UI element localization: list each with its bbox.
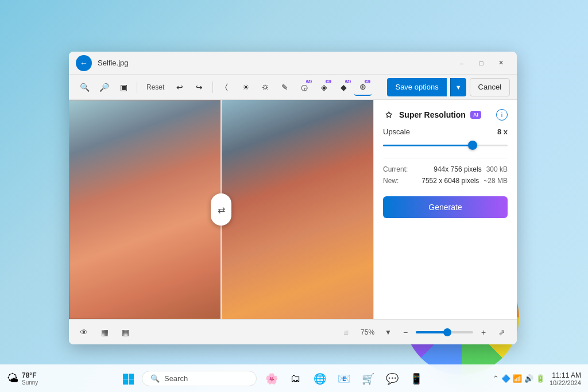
remove-bg-tool[interactable]: ◶: [296, 79, 313, 96]
search-bar[interactable]: 🔍 Search: [142, 371, 257, 386]
image-canvas: ⇄: [69, 100, 373, 319]
search-icon: 🔍: [150, 374, 160, 383]
upscale-section: Upscale 8 x: [383, 127, 508, 151]
main-content: ⇄ ✩ Super Resolution AI i Upscale 8 x: [69, 100, 517, 319]
new-label: New:: [383, 177, 399, 185]
upscale-label: Upscale: [383, 127, 410, 136]
save-options-button[interactable]: Save options: [387, 78, 446, 96]
taskbar-app-mail[interactable]: 📧: [334, 368, 354, 389]
current-label: Current:: [383, 165, 408, 173]
app-window: ← Selfie.jpg – □ ✕ 🔍 🔎 ▣ Reset ↩ ↪ 〈: [69, 52, 517, 344]
clock-date: 10/22/2024: [550, 379, 581, 386]
svg-rect-2: [123, 379, 128, 385]
slider-fill: [383, 145, 473, 146]
zoom-slider-fill: [416, 331, 447, 333]
split-view-button[interactable]: ▦: [117, 324, 133, 340]
zoom-slider[interactable]: [416, 331, 473, 333]
slider-track: [383, 145, 508, 146]
minimize-button[interactable]: –: [452, 55, 471, 71]
redo-button[interactable]: ↪: [191, 79, 208, 96]
panel-title: ✩ Super Resolution AI: [383, 109, 481, 121]
title-bar: ← Selfie.jpg – □ ✕: [69, 52, 517, 75]
new-resolution: 7552 x 6048 pixels: [421, 177, 479, 185]
crop-tool[interactable]: 〈: [218, 79, 235, 96]
ai-badge: AI: [470, 111, 481, 119]
new-size: ~28 MB: [483, 177, 508, 185]
zoom-dropdown[interactable]: ▼: [381, 327, 395, 337]
current-values: 944x 756 pixels 300 kB: [434, 165, 508, 173]
fullscreen-button[interactable]: ⇗: [494, 324, 510, 340]
search-placeholder: Search: [164, 374, 188, 383]
canvas-area[interactable]: ⇄: [69, 100, 373, 319]
window-title: Selfie.jpg: [98, 59, 452, 67]
taskbar-app-photos[interactable]: 🌸: [261, 368, 282, 389]
current-resolution: 944x 756 pixels: [434, 165, 481, 173]
panel-title-text: Super Resolution: [399, 110, 466, 119]
generative-erase-tool[interactable]: ◆: [335, 79, 352, 96]
toolbar-right: Save options ▼ Cancel: [387, 78, 510, 96]
new-stat-row: New: 7552 x 6048 pixels ~28 MB: [383, 177, 508, 185]
zoom-slider-thumb[interactable]: [443, 328, 451, 336]
taskbar: 🌤 78°F Sunny 🔍 Search 🌸: [0, 364, 588, 392]
screenshot-button[interactable]: ◽: [338, 324, 354, 340]
ai-tool-2[interactable]: ◈: [315, 79, 332, 96]
taskbar-app-store[interactable]: 🛒: [358, 368, 378, 389]
zoom-in-tool[interactable]: 🔍: [76, 79, 93, 96]
compare-handle[interactable]: ⇄: [211, 193, 231, 226]
cancel-button[interactable]: Cancel: [470, 78, 510, 96]
tray-battery-icon[interactable]: 🔋: [536, 374, 545, 383]
weather-text: 78°F Sunny: [22, 371, 38, 386]
tray-up-arrow[interactable]: ⌃: [493, 374, 499, 383]
bottom-bar: 👁 ▦ ▦ ◽ 75% ▼ − + ⇗: [69, 319, 517, 344]
taskbar-app-edge[interactable]: 🌐: [310, 368, 330, 389]
super-resolution-tool[interactable]: ⊕: [354, 79, 372, 96]
weather-widget[interactable]: 🌤 78°F Sunny: [7, 371, 53, 386]
weather-icon: 🌤: [7, 372, 18, 385]
generate-button[interactable]: Generate: [383, 196, 508, 218]
start-button[interactable]: [119, 370, 137, 388]
zoom-in-button[interactable]: +: [475, 324, 492, 340]
info-button[interactable]: i: [496, 109, 508, 121]
close-button[interactable]: ✕: [492, 55, 510, 71]
desktop: ← Selfie.jpg – □ ✕ 🔍 🔎 ▣ Reset ↩ ↪ 〈: [0, 0, 588, 392]
system-tray: ⌃ 🔷 📶 🔊 🔋: [493, 374, 545, 383]
toolbar: 🔍 🔎 ▣ Reset ↩ ↪ 〈 ☀ ⛭ ✎ ◶ ◈ ◆ ⊕ Save opt…: [69, 75, 517, 100]
taskbar-app-teams[interactable]: 💬: [382, 368, 403, 389]
current-stat-row: Current: 944x 756 pixels 300 kB: [383, 165, 508, 173]
zoom-control: ◽ 75% ▼ − + ⇗: [338, 324, 510, 340]
upscale-value: 8 x: [497, 127, 508, 136]
stats-section: Current: 944x 756 pixels 300 kB New: 755…: [383, 158, 508, 185]
tray-volume-icon[interactable]: 🔊: [524, 374, 533, 383]
reset-button[interactable]: Reset: [142, 81, 169, 94]
tray-network-icon[interactable]: 🔷: [501, 374, 510, 383]
erase-tool[interactable]: ✎: [276, 79, 293, 96]
clock-time: 11:11 AM: [552, 371, 581, 379]
panel-header: ✩ Super Resolution AI i: [383, 109, 508, 121]
zoom-fit-tool[interactable]: ▣: [115, 79, 132, 96]
maximize-button[interactable]: □: [472, 55, 490, 71]
upscale-header: Upscale 8 x: [383, 127, 508, 136]
save-dropdown-button[interactable]: ▼: [450, 78, 466, 96]
windows-logo-icon: [122, 373, 134, 385]
brightness-tool[interactable]: ☀: [237, 79, 254, 96]
clock[interactable]: 11:11 AM 10/22/2024: [550, 371, 581, 386]
upscale-slider[interactable]: [383, 139, 508, 151]
undo-button[interactable]: ↩: [171, 79, 188, 96]
layers-button[interactable]: ▦: [96, 324, 113, 340]
show-original-button[interactable]: 👁: [76, 324, 92, 340]
tray-wifi-icon[interactable]: 📶: [513, 374, 522, 383]
new-values: 7552 x 6048 pixels ~28 MB: [421, 177, 508, 185]
taskbar-apps: 🌸 🗂 🌐 📧 🛒 💬 📱: [261, 368, 427, 389]
taskbar-center: 🔍 Search 🌸 🗂 🌐 📧 🛒 💬 📱: [53, 368, 493, 389]
markup-tool[interactable]: ⛭: [257, 79, 274, 96]
back-button[interactable]: ←: [76, 55, 92, 71]
taskbar-app-phone[interactable]: 📱: [406, 368, 427, 389]
taskbar-right: ⌃ 🔷 📶 🔊 🔋 11:11 AM 10/22/2024: [493, 371, 581, 386]
slider-thumb[interactable]: [468, 141, 477, 150]
taskbar-app-files[interactable]: 🗂: [285, 368, 306, 389]
zoom-out-tool[interactable]: 🔎: [95, 79, 113, 96]
separator-1: [137, 81, 137, 93]
weather-description: Sunny: [22, 379, 38, 386]
zoom-out-button[interactable]: −: [397, 324, 413, 340]
image-before: [69, 100, 221, 319]
